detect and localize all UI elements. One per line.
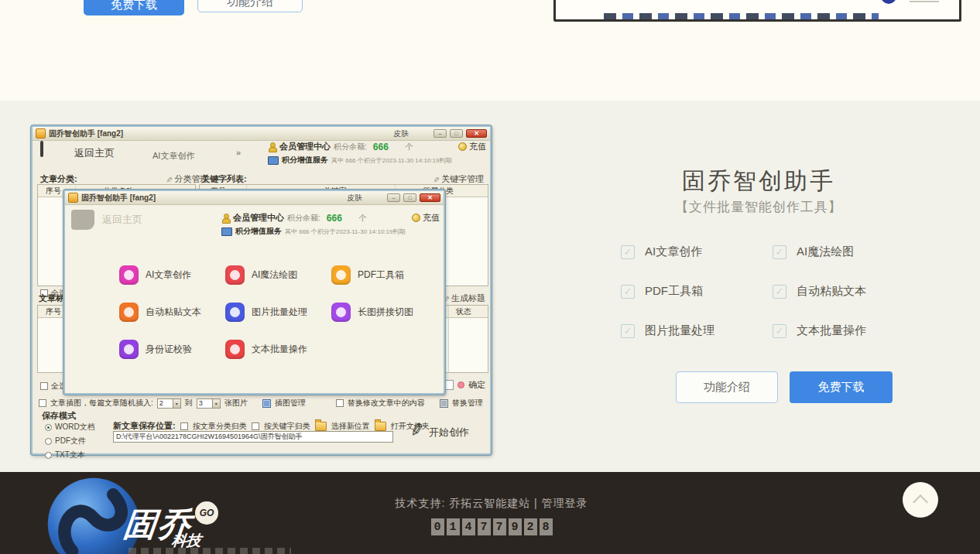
coin-icon xyxy=(412,214,420,222)
checkbox-checked-icon xyxy=(621,245,635,259)
unit-label: 个 xyxy=(406,142,413,152)
support-text[interactable]: 技术支持: 乔拓云智能建站 | 管理登录 xyxy=(321,497,662,511)
select-all-articles[interactable]: 全选 xyxy=(40,381,67,392)
feature-item[interactable]: AI文章创作 xyxy=(621,245,773,259)
feature-item[interactable]: 文本批量操作 xyxy=(773,323,924,338)
titlebar: 固乔智创助手 [fang2] 皮肤 xyxy=(65,191,444,205)
download-button[interactable]: 免费下载 xyxy=(790,371,893,403)
recharge-link[interactable]: 充值 xyxy=(412,212,440,224)
pen-icon xyxy=(405,421,427,439)
minimize-icon[interactable] xyxy=(433,129,447,138)
member-center-link[interactable]: 会员管理中心 xyxy=(279,141,331,152)
chevron-right-icon: » xyxy=(236,148,241,157)
balance-label: 积分余额: xyxy=(287,213,320,224)
window-app-icon xyxy=(68,193,78,203)
illustration-manage-link[interactable]: 插图管理 xyxy=(275,398,306,409)
minimize-icon[interactable] xyxy=(387,193,400,202)
product-subtitle: 【文件批量智能创作工具】 xyxy=(596,198,921,216)
mode-pdf[interactable]: PDF文件 xyxy=(45,436,95,446)
mode-txt[interactable]: TXT文本 xyxy=(45,450,95,460)
pencil-icon xyxy=(433,175,439,184)
maximize-icon[interactable] xyxy=(450,129,463,138)
feature-item[interactable]: 图片批量处理 xyxy=(621,323,773,338)
counter-digit: 2 xyxy=(524,518,537,535)
maximize-icon[interactable] xyxy=(403,193,416,202)
member-center-link[interactable]: 会员管理中心 xyxy=(233,212,284,224)
folder-icon xyxy=(375,422,386,431)
launcher-grid: AI文章创作 AI魔法绘图 PDF工具箱 自动粘贴文本 图片批量处理 xyxy=(119,256,437,368)
hero-intro-button[interactable]: 功能介绍 xyxy=(197,0,303,12)
launcher-item[interactable]: AI魔法绘图 xyxy=(225,265,331,285)
back-to-top-button[interactable] xyxy=(903,482,938,518)
keyword-manage-link[interactable]: 关键字管理 xyxy=(433,173,484,185)
replace-checkbox[interactable] xyxy=(336,399,344,407)
main-section: 固乔智创助手 [fang2] 皮肤 返回主页 AI文章创作 » 会员管理中心 积… xyxy=(0,101,980,472)
checkbox-checked-icon xyxy=(773,285,786,299)
close-icon[interactable] xyxy=(420,193,440,202)
close-icon[interactable] xyxy=(466,129,487,138)
feature-item[interactable]: AI魔法绘图 xyxy=(773,245,924,259)
to-label: 到 xyxy=(185,398,193,409)
home-button-disabled: 返回主页 xyxy=(71,210,142,230)
confirm-button[interactable]: 确定 xyxy=(468,379,485,391)
save-mode-label: 保存模式 xyxy=(42,410,76,422)
pieces-label: 张图片 xyxy=(224,398,248,409)
pencil-icon xyxy=(166,175,172,184)
launcher-item[interactable]: 长图拼接切图 xyxy=(331,303,429,322)
checkbox-icon[interactable] xyxy=(40,382,48,390)
illustration-checkbox[interactable] xyxy=(39,399,46,407)
start-create-button[interactable]: 开始创作 xyxy=(429,426,469,439)
feature-item[interactable]: 自动粘贴文本 xyxy=(773,284,924,299)
from-count-stepper[interactable]: 2 xyxy=(157,398,181,409)
by-keyword-checkbox[interactable] xyxy=(252,422,259,430)
app-icon xyxy=(225,340,245,359)
window-app-icon xyxy=(36,128,46,138)
generate-title-link[interactable]: 生成标题 xyxy=(443,292,485,304)
save-path-label: 新文章保存位置: xyxy=(113,420,176,432)
partial-screenshot-frame xyxy=(553,0,961,22)
feature-item[interactable]: PDF工具箱 xyxy=(621,284,773,299)
recharge-link[interactable]: 充值 xyxy=(458,141,486,152)
choose-location-link[interactable]: 选择新位置 xyxy=(331,421,370,432)
save-path-input[interactable] xyxy=(113,431,393,443)
service-label[interactable]: 积分增值服务 xyxy=(235,226,282,237)
checkbox-checked-icon xyxy=(773,245,786,259)
launcher-item[interactable]: AI文章创作 xyxy=(119,265,225,285)
replace-manage-link[interactable]: 替换管理 xyxy=(452,398,483,409)
feature-list: AI文章创作 AI魔法绘图 PDF工具箱 自动粘贴文本 图片批量处理 文本批量操… xyxy=(621,245,924,338)
counter-digit: 9 xyxy=(509,518,522,535)
service-detail: 其中 666 个积分于2023-11-30 14:10:19到期 xyxy=(331,156,451,165)
app-icon xyxy=(225,303,245,322)
launcher-item[interactable]: 图片批量处理 xyxy=(225,303,331,322)
service-icon xyxy=(268,156,279,165)
hero-section: 免费下载 功能介绍 xyxy=(0,0,980,101)
skin-button[interactable]: 皮肤 xyxy=(393,128,409,139)
clipped-text-fragment xyxy=(604,13,879,19)
member-icon xyxy=(221,214,230,222)
launcher-item[interactable]: 身份证校验 xyxy=(119,340,225,359)
illustration-label: 文章插图，每篇文章随机插入: xyxy=(50,398,153,409)
keyword-section-label: 关键字列表: xyxy=(201,173,247,185)
home-button[interactable]: 返回主页 xyxy=(40,142,115,163)
counter-digit: 8 xyxy=(540,518,553,535)
category-section-label: 文章分类: xyxy=(40,173,77,185)
illustration-options-row: 文章插图，每篇文章随机插入: 2 到 3 张图片 插图管理 替换修改文章中的内容… xyxy=(39,398,488,409)
by-category-checkbox[interactable] xyxy=(180,422,188,430)
service-label[interactable]: 积分增值服务 xyxy=(282,155,328,166)
member-icon xyxy=(268,142,276,151)
titlebar: 固乔智创助手 [fang2] 皮肤 xyxy=(33,127,490,141)
hero-download-button[interactable]: 免费下载 xyxy=(84,0,184,15)
launcher-item[interactable]: 文本批量操作 xyxy=(225,340,331,359)
to-count-stepper[interactable]: 3 xyxy=(197,398,221,409)
radio-icon xyxy=(45,452,52,459)
mode-word[interactable]: WORD文档 xyxy=(45,422,95,433)
save-path-row: 新文章保存位置: 按文章分类归类 按关键字归类 选择新位置 打开文件夹 xyxy=(113,420,430,432)
chevron-up-icon xyxy=(913,494,928,510)
intro-button[interactable]: 功能介绍 xyxy=(676,371,778,403)
launcher-item[interactable]: PDF工具箱 xyxy=(331,265,429,285)
company-tagline-clipped xyxy=(128,548,291,554)
stepper-down-icon xyxy=(173,399,180,408)
skin-button[interactable]: 皮肤 xyxy=(347,193,362,203)
by-keyword-label: 按关键字归类 xyxy=(264,421,310,432)
launcher-item[interactable]: 自动粘贴文本 xyxy=(119,303,225,322)
